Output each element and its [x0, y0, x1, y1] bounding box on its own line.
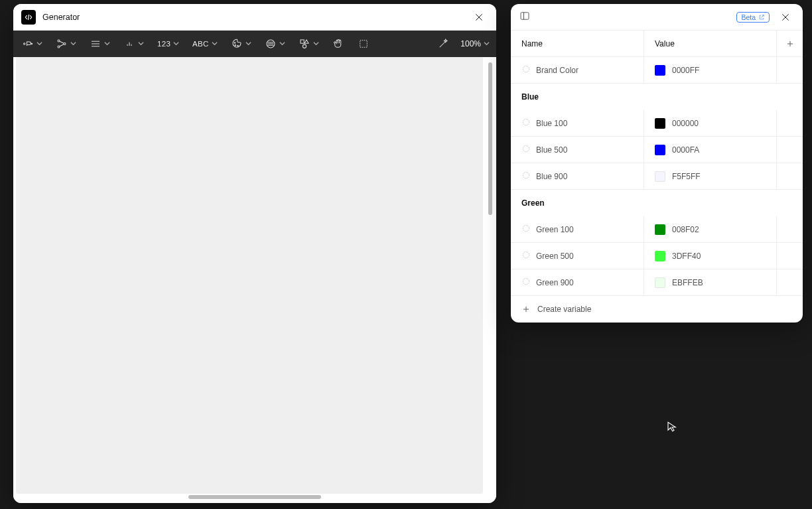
tool-hand[interactable] [330, 35, 346, 52]
variable-name: Brand Color [536, 66, 578, 75]
generator-toolbar: 123 ABC 100% [13, 31, 496, 57]
svg-line-29 [440, 42, 445, 47]
variable-name-cell[interactable]: Brand Color [511, 64, 643, 76]
variable-hex: 008F02 [672, 225, 699, 234]
variables-panel-top: Beta [511, 4, 803, 31]
variable-hex: EBFFEB [672, 278, 703, 287]
generator-app-icon [21, 10, 36, 25]
variable-value-cell[interactable]: EBFFEB [643, 269, 776, 295]
svg-point-7 [58, 46, 60, 48]
variable-icon [521, 277, 531, 288]
tool-text[interactable]: ABC [190, 37, 220, 50]
svg-line-32 [762, 15, 764, 17]
canvas-area[interactable] [13, 57, 496, 503]
variables-headers: Name Value [511, 31, 803, 57]
tool-color[interactable] [229, 35, 253, 52]
svg-point-5 [58, 40, 60, 42]
svg-point-37 [523, 66, 529, 72]
tool-connections[interactable] [54, 35, 78, 52]
variable-row[interactable]: Brand Color 0000FF [511, 57, 803, 84]
svg-point-42 [523, 252, 529, 257]
variable-action-cell [776, 110, 803, 136]
create-variable-button[interactable]: Create variable [511, 296, 803, 323]
variable-name-cell[interactable]: Green 500 [511, 250, 643, 261]
variable-name: Green 100 [536, 225, 574, 234]
svg-rect-30 [521, 13, 529, 20]
svg-point-27 [303, 44, 306, 48]
variable-row[interactable]: Green 500 3DFF40 [511, 243, 803, 269]
variable-name-cell[interactable]: Blue 100 [511, 117, 643, 129]
tool-spacing[interactable] [121, 35, 146, 52]
variable-name: Blue 500 [536, 145, 567, 155]
svg-line-0 [28, 15, 29, 20]
variable-row[interactable]: Green 100 008F02 [511, 216, 803, 243]
tool-selection[interactable] [356, 35, 372, 52]
variable-name-cell[interactable]: Blue 900 [511, 171, 643, 182]
variable-name: Green 900 [536, 278, 574, 287]
svg-point-20 [237, 45, 238, 46]
horizontal-scrollbar[interactable] [188, 495, 321, 499]
header-value: Value [643, 31, 776, 56]
variable-value-cell[interactable]: 000000 [643, 110, 776, 136]
color-swatch [655, 277, 665, 288]
variable-row[interactable]: Green 900 EBFFEB [511, 269, 803, 296]
variable-value-cell[interactable]: F5F5FF [643, 163, 776, 189]
variable-group-header: Green [511, 190, 803, 216]
variable-hex: 3DFF40 [672, 252, 701, 261]
variable-action-cell [776, 57, 803, 83]
color-swatch [655, 65, 665, 76]
canvas[interactable] [16, 57, 483, 494]
cursor-icon [666, 421, 678, 435]
variable-row[interactable]: Blue 900 F5F5FF [511, 163, 803, 190]
tool-typography[interactable] [20, 35, 44, 52]
svg-point-40 [523, 172, 529, 178]
tool-numbers[interactable]: 123 [155, 37, 181, 50]
close-button[interactable] [470, 8, 488, 27]
svg-marker-46 [668, 422, 675, 431]
svg-point-41 [523, 225, 529, 231]
tool-shapes[interactable] [297, 35, 321, 52]
svg-point-43 [523, 278, 529, 284]
variable-value-cell[interactable]: 008F02 [643, 216, 776, 242]
sidebar-toggle-icon[interactable] [519, 10, 531, 24]
tool-magic-wand[interactable] [435, 35, 451, 52]
generator-window: Generator 123 ABC [13, 4, 496, 503]
svg-point-19 [235, 45, 236, 46]
vertical-scrollbar[interactable] [488, 62, 492, 215]
variable-hex: F5F5FF [672, 172, 701, 181]
color-swatch [655, 251, 665, 261]
tool-pattern[interactable] [263, 35, 287, 52]
variable-name-cell[interactable]: Blue 500 [511, 144, 643, 155]
color-swatch [655, 171, 665, 182]
variable-name: Blue 900 [536, 172, 567, 181]
svg-marker-26 [304, 40, 308, 43]
variable-icon [521, 144, 531, 155]
svg-line-9 [60, 44, 64, 46]
variable-name-cell[interactable]: Green 100 [511, 224, 643, 235]
svg-point-6 [64, 43, 66, 45]
variable-action-cell [776, 269, 803, 295]
generator-titlebar: Generator [13, 4, 496, 31]
variable-icon [521, 117, 531, 129]
variable-value-cell[interactable]: 0000FA [643, 137, 776, 163]
svg-point-18 [234, 42, 236, 44]
variable-icon [521, 224, 531, 235]
color-swatch [655, 118, 665, 129]
header-name: Name [511, 39, 643, 48]
variable-name-cell[interactable]: Green 900 [511, 277, 643, 288]
zoom-control[interactable]: 100% [460, 39, 490, 48]
add-mode-button[interactable] [776, 31, 803, 56]
tool-lines[interactable] [88, 35, 112, 52]
svg-point-4 [31, 43, 33, 44]
variable-row[interactable]: Blue 100 000000 [511, 110, 803, 137]
beta-badge[interactable]: Beta [736, 12, 770, 23]
color-swatch [655, 224, 665, 235]
variable-name: Green 500 [536, 252, 574, 261]
variable-value-cell[interactable]: 3DFF40 [643, 243, 776, 269]
svg-point-39 [523, 145, 529, 151]
svg-rect-28 [360, 40, 367, 48]
variable-row[interactable]: Blue 500 0000FA [511, 137, 803, 163]
variable-hex: 0000FF [672, 66, 699, 75]
variables-close-button[interactable] [776, 8, 795, 27]
variable-value-cell[interactable]: 0000FF [643, 57, 776, 83]
